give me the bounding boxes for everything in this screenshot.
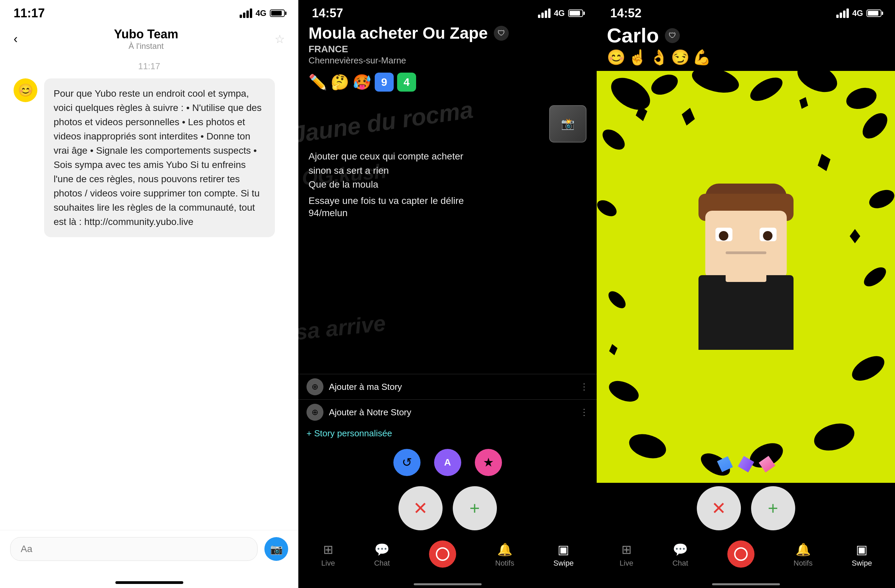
status-bar-1: 11:17 4G bbox=[0, 0, 298, 24]
nav-chat-2[interactable]: 💬 Chat bbox=[374, 543, 390, 568]
chat-input-bar: 📷 bbox=[0, 530, 298, 568]
story-avatar-2: ⊕ bbox=[306, 404, 323, 421]
story-label-2[interactable]: Ajouter à Notre Story bbox=[329, 407, 411, 418]
shield-icon-3[interactable]: 🛡 bbox=[665, 28, 680, 43]
home-indicator-3 bbox=[597, 578, 895, 588]
badge-9: 9 bbox=[375, 73, 394, 92]
bg-text-1: Jaune du rocma bbox=[298, 96, 475, 148]
nav-live-3[interactable]: ⊞ Live bbox=[620, 543, 633, 568]
notifs-label-2: Notifs bbox=[495, 559, 514, 568]
swipe-panel-2: 14:57 4G Moula acheter Ou Zape 🛡 FRANCE … bbox=[298, 0, 597, 588]
svg-point-9 bbox=[868, 186, 895, 211]
status-icons-3: 4G bbox=[836, 9, 881, 18]
network-label-1: 4G bbox=[256, 9, 266, 18]
p3-emoji-row: 😊 ☝️ 👌 😏 💪 bbox=[607, 47, 885, 68]
status-time-3: 14:52 bbox=[610, 6, 642, 20]
message-text: Pour que Yubo reste un endroit cool et s… bbox=[54, 88, 262, 227]
story-avatar-1: ⊕ bbox=[306, 378, 323, 395]
notifs-icon-2: 🔔 bbox=[497, 543, 513, 557]
accept-button-3[interactable]: + bbox=[751, 486, 795, 530]
sender-avatar: 😊 bbox=[14, 78, 37, 102]
bg-text-3: sa arrive bbox=[298, 310, 387, 345]
badge-4: 4 bbox=[397, 73, 416, 92]
signal-bar-3 bbox=[246, 11, 249, 18]
favorite-icon[interactable]: ☆ bbox=[275, 32, 285, 46]
record-button-2[interactable] bbox=[429, 541, 456, 568]
nav-notifs-3[interactable]: 🔔 Notifs bbox=[793, 543, 813, 568]
nav-chat-3[interactable]: 💬 Chat bbox=[672, 543, 688, 568]
battery-fill-2 bbox=[569, 11, 580, 16]
chat-subtitle: À l'instant bbox=[114, 41, 178, 51]
reject-button-2[interactable]: ✕ bbox=[399, 486, 443, 530]
chat-title: Yubo Team bbox=[114, 27, 178, 41]
refresh-icon: ↺ bbox=[402, 455, 412, 470]
emoji-hot: 🥵 bbox=[353, 73, 371, 91]
story-label-1[interactable]: Ajouter à ma Story bbox=[329, 382, 402, 392]
p2-country: FRANCE bbox=[308, 44, 587, 55]
svg-point-11 bbox=[862, 263, 888, 290]
svg-point-0 bbox=[608, 71, 653, 116]
signal-bar-4 bbox=[250, 9, 252, 18]
battery-icon-2 bbox=[568, 9, 583, 17]
swipe-icon-2: ▣ bbox=[558, 543, 569, 557]
story-more-2: ⋮ bbox=[580, 407, 589, 418]
signal-bar-1 bbox=[240, 15, 242, 18]
home-indicator-1 bbox=[0, 568, 298, 588]
p2-title-row: Moula acheter Ou Zape 🛡 bbox=[308, 24, 587, 42]
stories-section: ⊕ Ajouter à ma Story ⋮ ⊕ Ajouter à Notre… bbox=[298, 374, 597, 442]
story-plus-area: + Story personnalisée bbox=[298, 425, 597, 442]
svg-rect-19 bbox=[799, 97, 808, 109]
main-buttons-row-3: ✕ + bbox=[597, 483, 895, 537]
snap-icon: 📸 bbox=[561, 117, 575, 130]
profile-letter: A bbox=[444, 457, 451, 468]
p3-emoji-1: 😊 bbox=[607, 48, 625, 66]
signal-bar-2 bbox=[243, 12, 246, 18]
message-input[interactable] bbox=[10, 537, 258, 561]
profile-button[interactable]: A bbox=[434, 449, 461, 476]
shield-icon-2[interactable]: 🛡 bbox=[494, 26, 509, 41]
bottom-nav-3: ⊞ Live 💬 Chat 🔔 Notifs ▣ Swipe bbox=[597, 537, 895, 578]
nav-record-3[interactable] bbox=[727, 541, 754, 568]
status-icons-2: 4G bbox=[538, 9, 583, 18]
star-button[interactable]: ★ bbox=[475, 449, 502, 476]
nav-swipe-3[interactable]: ▣ Swipe bbox=[851, 543, 872, 568]
gem-purple bbox=[736, 454, 756, 474]
chat-header: ‹ Yubo Team À l'instant ☆ bbox=[0, 24, 298, 54]
nav-record-2[interactable] bbox=[429, 541, 456, 568]
back-button[interactable]: ‹ bbox=[14, 32, 18, 46]
snap-preview[interactable]: 📸 bbox=[549, 105, 587, 142]
story-item-2: ⊕ Ajouter à Notre Story ⋮ bbox=[298, 399, 597, 425]
network-label-3: 4G bbox=[852, 9, 863, 18]
nav-live-2[interactable]: ⊞ Live bbox=[322, 543, 335, 568]
signal-bar-3-3 bbox=[843, 11, 845, 18]
avatar-emoji: 😊 bbox=[18, 83, 33, 97]
home-bar-1 bbox=[115, 581, 183, 584]
story-plus-button[interactable]: + Story personnalisée bbox=[306, 428, 392, 438]
nav-notifs-2[interactable]: 🔔 Notifs bbox=[495, 543, 514, 568]
nav-swipe-2[interactable]: ▣ Swipe bbox=[553, 543, 573, 568]
p3-emoji-2: ☝️ bbox=[628, 48, 647, 66]
notifs-icon-3: 🔔 bbox=[796, 543, 811, 557]
header-center: Yubo Team À l'instant bbox=[114, 27, 178, 51]
story-more-1: ⋮ bbox=[580, 382, 589, 392]
message-bubble: Pour que Yubo reste un endroit cool et s… bbox=[44, 78, 275, 237]
status-time-2: 14:57 bbox=[312, 6, 343, 20]
svg-point-13 bbox=[849, 351, 886, 386]
camera-button[interactable]: 📷 bbox=[264, 537, 288, 561]
svg-point-2 bbox=[691, 71, 740, 97]
accept-button-2[interactable]: + bbox=[453, 486, 497, 530]
svg-point-8 bbox=[597, 197, 618, 220]
reject-button-3[interactable]: ✕ bbox=[697, 486, 741, 530]
svg-marker-23 bbox=[815, 151, 833, 174]
signal-bar-2-3 bbox=[545, 11, 547, 18]
bio-text-3: Essaye une fois tu va capter le délire bbox=[308, 195, 478, 206]
bio-text-2: Que de la moula bbox=[308, 179, 478, 190]
record-button-3[interactable] bbox=[727, 541, 754, 568]
live-icon-2: ⊞ bbox=[323, 543, 333, 557]
live-label-2: Live bbox=[322, 559, 335, 568]
svg-point-14 bbox=[628, 430, 667, 462]
svg-rect-21 bbox=[609, 344, 618, 355]
refresh-button[interactable]: ↺ bbox=[393, 449, 420, 476]
signal-bar-2-1 bbox=[538, 15, 540, 18]
svg-point-10 bbox=[607, 288, 628, 311]
